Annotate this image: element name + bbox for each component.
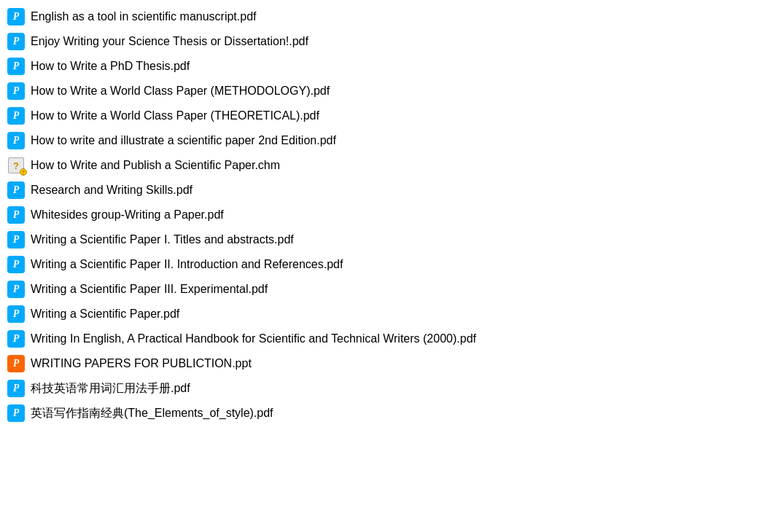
file-name: Writing a Scientific Paper II. Introduct… bbox=[31, 255, 343, 274]
pdf-icon bbox=[6, 180, 26, 200]
file-name: How to Write a PhD Thesis.pdf bbox=[31, 57, 190, 76]
file-name: Whitesides group-Writing a Paper.pdf bbox=[31, 206, 224, 224]
file-name: 科技英语常用词汇用法手册.pdf bbox=[31, 379, 190, 398]
list-item[interactable]: Research and Writing Skills.pdf bbox=[0, 178, 773, 203]
ppt-icon bbox=[6, 353, 26, 374]
pdf-icon bbox=[6, 279, 26, 300]
list-item[interactable]: Writing In English, A Practical Handbook… bbox=[0, 326, 773, 351]
pdf-icon bbox=[6, 329, 26, 349]
file-name: How to Write a World Class Paper (METHOD… bbox=[31, 82, 330, 101]
list-item[interactable]: ? How to Write and Publish a Scientific … bbox=[0, 153, 773, 178]
pdf-icon bbox=[6, 230, 26, 250]
list-item[interactable]: Writing a Scientific Paper I. Titles and… bbox=[0, 227, 773, 252]
list-item[interactable]: WRITING PAPERS FOR PUBLICTION.ppt bbox=[0, 351, 773, 376]
file-name: Enjoy Writing your Science Thesis or Dis… bbox=[31, 32, 308, 51]
pdf-icon bbox=[6, 56, 26, 77]
list-item[interactable]: Writing a Scientific Paper III. Experime… bbox=[0, 277, 773, 302]
list-item[interactable]: Writing a Scientific Paper.pdf bbox=[0, 302, 773, 326]
file-name: How to Write a World Class Paper (THEORE… bbox=[31, 106, 319, 125]
list-item[interactable]: 英语写作指南经典(The_Elements_of_style).pdf bbox=[0, 401, 773, 426]
list-item[interactable]: How to write and illustrate a scientific… bbox=[0, 128, 773, 153]
file-name: Writing In English, A Practical Handbook… bbox=[31, 329, 476, 348]
list-item[interactable]: How to Write a PhD Thesis.pdf bbox=[0, 54, 773, 79]
file-name: How to write and illustrate a scientific… bbox=[31, 131, 336, 150]
file-name: Research and Writing Skills.pdf bbox=[31, 181, 193, 200]
file-name: English as a tool in scientific manuscri… bbox=[31, 7, 256, 26]
pdf-icon bbox=[6, 304, 26, 324]
chm-icon: ? bbox=[6, 155, 26, 176]
list-item[interactable]: Enjoy Writing your Science Thesis or Dis… bbox=[0, 29, 773, 54]
pdf-icon bbox=[6, 106, 26, 126]
file-name: Writing a Scientific Paper I. Titles and… bbox=[31, 230, 294, 249]
pdf-icon bbox=[6, 7, 26, 27]
list-item[interactable]: How to Write a World Class Paper (THEORE… bbox=[0, 103, 773, 128]
pdf-icon bbox=[6, 205, 26, 225]
list-item[interactable]: How to Write a World Class Paper (METHOD… bbox=[0, 79, 773, 103]
file-name: Writing a Scientific Paper III. Experime… bbox=[31, 280, 268, 299]
pdf-icon bbox=[6, 130, 26, 151]
pdf-icon bbox=[6, 31, 26, 52]
file-name: WRITING PAPERS FOR PUBLICTION.ppt bbox=[31, 354, 252, 373]
file-name: 英语写作指南经典(The_Elements_of_style).pdf bbox=[31, 404, 273, 423]
file-name: How to Write and Publish a Scientific Pa… bbox=[31, 156, 280, 175]
list-item[interactable]: Whitesides group-Writing a Paper.pdf bbox=[0, 203, 773, 227]
pdf-icon bbox=[6, 254, 26, 275]
pdf-icon bbox=[6, 378, 26, 399]
list-item[interactable]: 科技英语常用词汇用法手册.pdf bbox=[0, 376, 773, 401]
pdf-icon bbox=[6, 81, 26, 101]
file-list: English as a tool in scientific manuscri… bbox=[0, 4, 773, 426]
list-item[interactable]: Writing a Scientific Paper II. Introduct… bbox=[0, 252, 773, 277]
pdf-icon bbox=[6, 403, 26, 423]
list-item[interactable]: English as a tool in scientific manuscri… bbox=[0, 4, 773, 29]
file-name: Writing a Scientific Paper.pdf bbox=[31, 305, 179, 324]
